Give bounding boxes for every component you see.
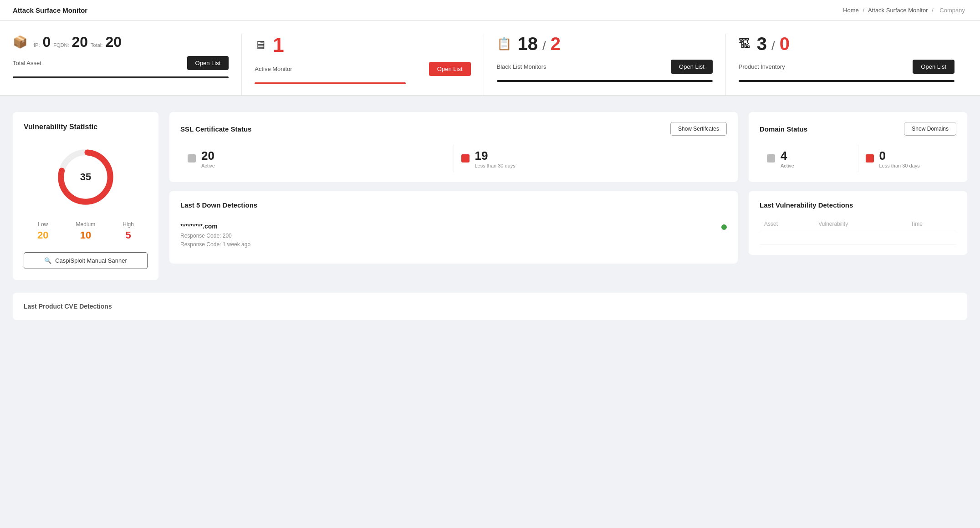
breadcrumb-home[interactable]: Home xyxy=(843,7,859,14)
ssl-certificate-card: SSL Certificate Status Show Sertifcates … xyxy=(169,112,738,182)
total-value: 20 xyxy=(105,34,122,51)
ssl-header: SSL Certificate Status Show Sertifcates xyxy=(180,122,727,136)
domain-title: Domain Status xyxy=(760,125,807,133)
blacklist-bar xyxy=(497,80,713,82)
summary-cards-section: 📦 IP: 0 FQDN: 20 Total: 20 Total Asset O… xyxy=(0,21,980,96)
product-inventory-card: 🏗 3 / 0 Product Inventory Open List xyxy=(739,34,967,95)
vuln-high-label: High xyxy=(122,221,134,228)
blacklist-label: Black List Monitors xyxy=(497,63,546,70)
table-row xyxy=(760,230,956,245)
app-title: Attack Surface Monitor xyxy=(13,6,87,14)
active-monitor-icon: 🖥 xyxy=(255,38,266,52)
active-monitor-bar xyxy=(255,82,406,84)
product-open-button[interactable]: Open List xyxy=(913,60,954,74)
col-vulnerability: Vulnerability xyxy=(814,218,906,230)
product-value1: 3 xyxy=(757,34,767,54)
detection-list: *********.com Response Code: 200 Respons… xyxy=(180,218,727,254)
domain-header: Domain Status Show Domains xyxy=(760,122,956,136)
active-monitor-value: 1 xyxy=(273,34,284,56)
last-vuln-card: Last Vulnerability Detections Asset Vuln… xyxy=(749,191,967,255)
detection-response: Response Code: 200 xyxy=(180,232,250,240)
domain-expiring-dot xyxy=(866,154,874,162)
ssl-active: 20 Active xyxy=(180,145,454,172)
total-asset-label: Total Asset xyxy=(13,60,41,66)
product-label: Product Inventory xyxy=(739,63,785,70)
ip-value: 0 xyxy=(42,34,51,51)
show-domains-button[interactable]: Show Domains xyxy=(904,122,956,136)
down-detections-header: Last 5 Down Detections xyxy=(180,201,727,209)
main-content: Vulnerability Statistic 35 Low 20 Medium… xyxy=(0,99,980,293)
breadcrumb-monitor[interactable]: Attack Surface Monitor xyxy=(868,7,928,14)
col-time: Time xyxy=(906,218,956,230)
domain-expiring-label: Less than 30 days xyxy=(879,163,920,168)
domain-stats: 4 Active 0 Less than 30 days xyxy=(760,145,956,172)
detection-item: *********.com Response Code: 200 Respons… xyxy=(180,218,727,254)
blacklist-icon: 📋 xyxy=(497,37,511,51)
blacklist-value2: 2 xyxy=(551,34,561,54)
down-detections-title: Last 5 Down Detections xyxy=(180,201,257,209)
vuln-title: Vulnerability Statistic xyxy=(24,123,148,131)
vuln-stats: Low 20 Medium 10 High 5 xyxy=(24,221,148,241)
vuln-low-value: 20 xyxy=(37,229,48,241)
total-label: Total: xyxy=(91,42,102,48)
vuln-high: High 5 xyxy=(122,221,134,241)
ssl-active-dot xyxy=(188,154,196,162)
blacklist-monitor-card: 📋 18 / 2 Black List Monitors Open List xyxy=(497,34,726,95)
middle-column: SSL Certificate Status Show Sertifcates … xyxy=(169,112,738,280)
blacklist-value1: 18 xyxy=(518,34,538,54)
domain-expiring-value: 0 xyxy=(879,149,920,163)
total-asset-icon: 📦 xyxy=(13,35,27,49)
ssl-active-value: 20 xyxy=(201,149,215,163)
vuln-medium-value: 10 xyxy=(76,229,96,241)
total-asset-card: 📦 IP: 0 FQDN: 20 Total: 20 Total Asset O… xyxy=(13,34,242,95)
fqdn-value: 20 xyxy=(71,34,88,51)
domain-active-dot xyxy=(767,154,775,162)
domain-active-value: 4 xyxy=(781,149,794,163)
active-monitor-card: 🖥 1 Active Monitor Open List xyxy=(255,34,484,95)
vuln-medium-label: Medium xyxy=(76,221,96,228)
vuln-medium: Medium 10 xyxy=(76,221,96,241)
ssl-stats: 20 Active 19 Less than 30 days xyxy=(180,145,727,172)
product-value2: 0 xyxy=(780,34,790,54)
ssl-expiring-label: Less than 30 days xyxy=(475,163,516,168)
blacklist-open-button[interactable]: Open List xyxy=(671,60,713,74)
vuln-low-label: Low xyxy=(37,221,48,228)
product-bar xyxy=(739,80,954,82)
fqdn-label: FQDN: xyxy=(53,42,69,48)
total-asset-open-button[interactable]: Open List xyxy=(187,56,229,70)
ssl-active-label: Active xyxy=(201,163,215,168)
last-vuln-header: Last Vulnerability Detections xyxy=(760,201,956,209)
last-vuln-title: Last Vulnerability Detections xyxy=(760,201,853,209)
donut-container: 35 xyxy=(24,147,148,207)
ssl-expiring-dot xyxy=(461,154,470,162)
ip-label: IP: xyxy=(34,42,40,48)
col-asset: Asset xyxy=(760,218,814,230)
donut-chart: 35 xyxy=(56,147,115,207)
top-bar: Attack Surface Monitor Home / Attack Sur… xyxy=(0,0,980,21)
vuln-high-value: 5 xyxy=(122,229,134,241)
vuln-low: Low 20 xyxy=(37,221,48,241)
product-icon: 🏗 xyxy=(739,37,750,51)
ssl-expiring: 19 Less than 30 days xyxy=(454,145,727,172)
scanner-label: CaspiSploit Manual Sanner xyxy=(55,257,127,264)
bottom-title: Last Product CVE Detections xyxy=(24,303,956,310)
detection-status-dot xyxy=(721,224,727,230)
active-monitor-label: Active Monitor xyxy=(255,66,292,72)
vuln-table: Asset Vulnerability Time xyxy=(760,218,956,245)
vulnerability-card: Vulnerability Statistic 35 Low 20 Medium… xyxy=(13,112,158,280)
breadcrumb-current: Company xyxy=(939,7,965,14)
ssl-title: SSL Certificate Status xyxy=(180,125,251,133)
total-asset-bar xyxy=(13,76,229,78)
donut-label: 35 xyxy=(80,171,91,183)
scanner-button[interactable]: 🔍 CaspiSploit Manual Sanner xyxy=(24,252,148,269)
down-detections-card: Last 5 Down Detections *********.com Res… xyxy=(169,191,738,264)
detection-time: Response Code: 1 week ago xyxy=(180,240,250,249)
domain-expiring: 0 Less than 30 days xyxy=(858,145,957,172)
active-monitor-open-button[interactable]: Open List xyxy=(429,62,471,76)
detection-domain: *********.com xyxy=(180,223,250,230)
search-icon: 🔍 xyxy=(44,257,51,264)
ssl-expiring-value: 19 xyxy=(475,149,516,163)
domain-active-label: Active xyxy=(781,163,794,168)
show-certificates-button[interactable]: Show Sertifcates xyxy=(670,122,727,136)
domain-active: 4 Active xyxy=(760,145,858,172)
